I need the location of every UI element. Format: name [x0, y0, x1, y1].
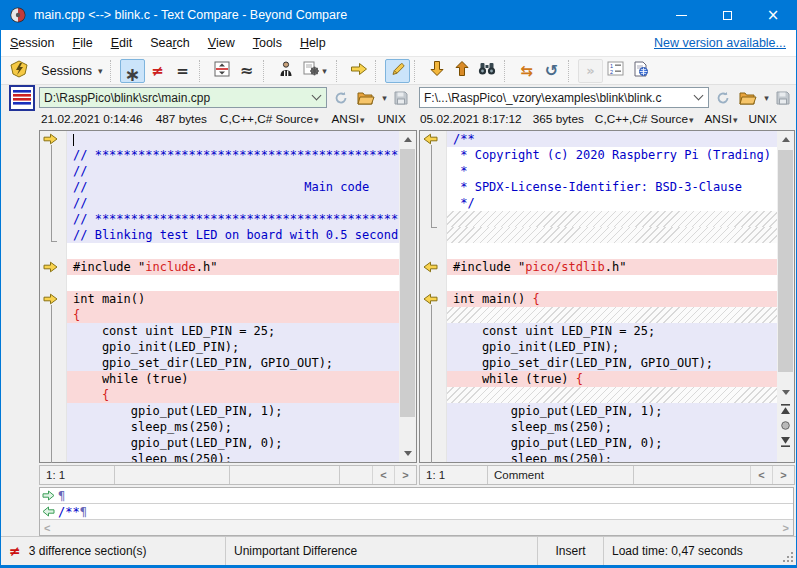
left-refresh-button[interactable]	[331, 87, 351, 108]
code-line[interactable]: //	[67, 195, 399, 211]
right-encoding-dropdown[interactable]: ANSI▾	[705, 112, 738, 126]
code-line[interactable]: while (true) {	[447, 371, 777, 387]
sessions-dropdown-button[interactable]: Sessions ▾	[32, 59, 106, 83]
copy-to-right-button[interactable]	[346, 59, 371, 83]
right-save-button[interactable]	[774, 87, 792, 108]
menu-edit[interactable]: Edit	[102, 30, 142, 56]
right-hscroll-right-button[interactable]: >	[772, 466, 794, 484]
section-arrow-icon[interactable]	[423, 133, 438, 145]
code-line[interactable]: #include "pico/stdlib.h"	[447, 259, 777, 275]
code-line[interactable]: sleep_ms(250);	[447, 451, 777, 462]
code-line[interactable]: gpio_put(LED_PIN, 0);	[67, 435, 399, 451]
code-line[interactable]: gpio_set_dir(LED_PIN, GPIO_OUT);	[447, 355, 777, 371]
find-button[interactable]	[474, 59, 500, 83]
overview-current-button[interactable]	[777, 417, 794, 433]
code-line[interactable]: sleep_ms(250);	[67, 451, 399, 462]
right-hscroll-left-button[interactable]: <	[750, 466, 772, 484]
show-context-button[interactable]	[209, 59, 234, 83]
section-arrow-icon[interactable]	[43, 293, 58, 305]
code-line[interactable]: {	[67, 307, 399, 323]
detail-horizontal-scrollbar[interactable]: < >	[40, 520, 793, 535]
code-line[interactable]: const uint LED_PIN = 25;	[67, 323, 399, 339]
report-button[interactable]	[628, 59, 653, 83]
menu-tools[interactable]: Tools	[244, 30, 291, 56]
right-code-area[interactable]: /** * Copyright (c) 2020 Raspberry Pi (T…	[446, 131, 777, 462]
code-line[interactable]: int main() {	[447, 291, 777, 307]
show-differences-button[interactable]: ≠	[145, 59, 170, 83]
scroll-up-button[interactable]	[777, 131, 794, 148]
swap-sides-button[interactable]: ⇆	[514, 59, 539, 83]
next-difference-button[interactable]	[424, 59, 449, 83]
code-line[interactable]	[67, 243, 399, 259]
scroll-thumb[interactable]	[778, 150, 793, 372]
chevron-down-icon[interactable]	[312, 91, 322, 101]
code-line[interactable]: gpio_init(LED_PIN);	[447, 339, 777, 355]
code-line[interactable]: gpio_put(LED_PIN, 0);	[447, 435, 777, 451]
code-line[interactable]: * SPDX-License-Identifier: BSD-3-Clause	[447, 179, 777, 195]
overview-top-button[interactable]	[777, 401, 794, 417]
code-line[interactable]	[447, 227, 777, 243]
right-folder-dropdown-caret[interactable]: ▾	[760, 87, 771, 108]
session-home-button[interactable]	[6, 59, 32, 83]
right-line-ending[interactable]: UNIX	[749, 112, 777, 126]
previous-difference-button[interactable]	[449, 59, 474, 83]
right-refresh-button[interactable]	[713, 87, 733, 108]
left-format-dropdown[interactable]: C,C++,C# Source▾	[220, 112, 319, 126]
menu-session[interactable]: Session	[1, 30, 63, 56]
left-code-area[interactable]: // *************************************…	[66, 131, 399, 462]
right-path-combo[interactable]: F:\...\RaspPico\_vzory\examples\blink\bl…	[419, 87, 709, 108]
code-line[interactable]: // *************************************…	[67, 211, 399, 227]
line-numbers-button[interactable]: 12	[603, 59, 628, 83]
code-line[interactable]: // *************************************…	[67, 147, 399, 163]
code-line[interactable]	[447, 243, 777, 259]
scroll-down-button[interactable]	[777, 384, 794, 401]
code-line[interactable]: */	[447, 195, 777, 211]
close-button[interactable]: ×	[750, 0, 796, 30]
code-line[interactable]	[67, 131, 399, 147]
code-line[interactable]: {	[67, 387, 399, 403]
code-line[interactable]: gpio_set_dir(LED_PIN, GPIO_OUT);	[67, 355, 399, 371]
section-arrow-icon[interactable]	[43, 261, 58, 273]
minimize-button[interactable]	[658, 0, 704, 30]
code-line[interactable]: // Blinking test LED on board with 0.5 s…	[67, 227, 399, 243]
left-hscroll-right-button[interactable]: >	[394, 466, 416, 484]
ignore-unimportant-button[interactable]: ≈	[234, 59, 259, 83]
detail-line-row[interactable]: /**¶	[40, 504, 793, 520]
code-line[interactable]: *	[447, 163, 777, 179]
right-format-dropdown[interactable]: C,C++,C# Source▾	[595, 112, 694, 126]
left-line-ending[interactable]: UNIX	[378, 112, 406, 126]
left-open-folder-button[interactable]	[354, 87, 378, 108]
code-line[interactable]: #include "include.h"	[67, 259, 399, 275]
code-line[interactable]	[67, 275, 399, 291]
format-rules-button[interactable]: ▾	[298, 59, 332, 83]
section-arrow-icon[interactable]	[43, 133, 58, 145]
right-vertical-scrollbar[interactable]	[777, 131, 794, 401]
code-line[interactable]: while (true)	[67, 371, 399, 387]
resize-grip[interactable]	[782, 537, 796, 565]
edit-mode-button[interactable]	[385, 59, 410, 83]
overview-bottom-button[interactable]	[777, 433, 794, 449]
code-line[interactable]	[447, 307, 777, 323]
code-line[interactable]	[447, 211, 777, 227]
reload-button[interactable]: ↺	[539, 59, 564, 83]
code-line[interactable]	[447, 387, 777, 403]
left-hscroll-left-button[interactable]: <	[372, 466, 394, 484]
menu-help[interactable]: Help	[291, 30, 335, 56]
expand-button[interactable]: »	[578, 59, 603, 83]
scroll-up-button[interactable]	[399, 131, 416, 148]
right-open-folder-button[interactable]	[736, 87, 760, 108]
left-folder-dropdown-caret[interactable]: ▾	[378, 87, 389, 108]
detail-line-row[interactable]: ¶	[40, 488, 793, 504]
code-line[interactable]: /**	[447, 131, 777, 147]
code-line[interactable]: * Copyright (c) 2020 Raspberry Pi (Tradi…	[447, 147, 777, 163]
detail-scroll-left-button[interactable]: <	[44, 522, 50, 534]
code-line[interactable]: const uint LED_PIN = 25;	[447, 323, 777, 339]
scroll-down-button[interactable]	[399, 445, 416, 462]
code-line[interactable]: int main()	[67, 291, 399, 307]
code-line[interactable]: gpio_init(LED_PIN);	[67, 339, 399, 355]
chevron-down-icon[interactable]	[694, 91, 704, 101]
scroll-track[interactable]	[399, 148, 416, 445]
menu-view[interactable]: View	[199, 30, 244, 56]
left-encoding-dropdown[interactable]: ANSI▾	[332, 112, 365, 126]
new-version-link[interactable]: New version available...	[654, 36, 786, 50]
